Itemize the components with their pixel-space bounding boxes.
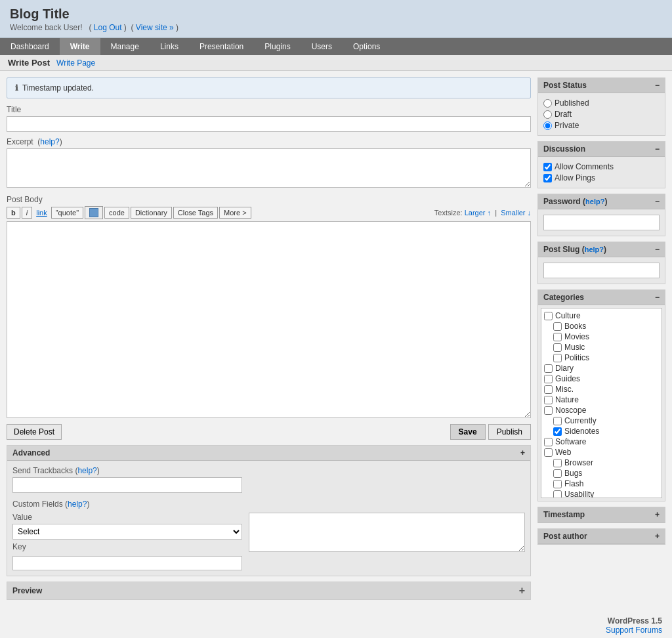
cat-culture-checkbox[interactable] xyxy=(544,312,553,320)
password-help-link[interactable]: help? xyxy=(585,198,604,205)
cat-guides-checkbox[interactable] xyxy=(544,375,553,383)
larger-text-link[interactable]: Larger ↑ xyxy=(465,209,491,217)
post-status-header[interactable]: Post Status − xyxy=(538,78,665,93)
trackbacks-input[interactable] xyxy=(12,477,242,493)
cat-software-checkbox[interactable] xyxy=(544,438,553,446)
allow-comments-checkbox[interactable] xyxy=(543,163,552,171)
write-page-link[interactable]: Write Page xyxy=(56,58,95,68)
password-header[interactable]: Password (help?) − xyxy=(538,194,665,209)
status-published-radio[interactable] xyxy=(543,99,552,108)
custom-fields-label: Custom Fields (help?) xyxy=(12,500,525,509)
preview-header[interactable]: Preview + xyxy=(7,582,530,599)
status-draft-label: Draft xyxy=(543,110,660,119)
discussion-section: Discussion − Allow Comments Allow Pings xyxy=(537,141,665,188)
cat-movies-checkbox[interactable] xyxy=(553,333,562,341)
excerpt-textarea[interactable] xyxy=(7,148,531,188)
close-tags-button[interactable]: Close Tags xyxy=(173,207,218,219)
cat-books-checkbox[interactable] xyxy=(553,322,562,331)
nav-write[interactable]: Write xyxy=(60,38,100,55)
title-input[interactable] xyxy=(7,116,531,132)
allow-pings-label: Allow Pings xyxy=(543,173,660,182)
cat-music: Music xyxy=(553,343,659,352)
more-button[interactable]: More > xyxy=(219,207,251,219)
allow-pings-checkbox[interactable] xyxy=(543,174,552,182)
categories-collapse-icon: − xyxy=(655,293,660,302)
link-button[interactable]: link xyxy=(33,207,50,218)
custom-fields-row: Value Select Key xyxy=(12,513,525,570)
cat-music-checkbox[interactable] xyxy=(553,343,562,352)
custom-field-key-input[interactable] xyxy=(12,556,242,570)
post-slug-collapse-icon: − xyxy=(655,245,660,254)
cat-bugs-checkbox[interactable] xyxy=(553,469,562,478)
nav-plugins[interactable]: Plugins xyxy=(254,38,301,55)
custom-fields-help-link[interactable]: help? xyxy=(68,500,87,509)
code-button[interactable]: code xyxy=(104,207,129,219)
excerpt-section: Excerpt (help?) xyxy=(7,137,531,190)
password-input[interactable] xyxy=(543,215,660,230)
postbody-label: Post Body xyxy=(7,195,531,204)
smaller-text-link[interactable]: Smaller ↓ xyxy=(501,209,531,217)
post-slug-header[interactable]: Post Slug (help?) − xyxy=(538,242,665,257)
img-button[interactable] xyxy=(85,206,103,219)
status-private-label: Private xyxy=(543,121,660,130)
cat-nature-checkbox[interactable] xyxy=(544,396,553,404)
password-collapse-icon: − xyxy=(655,197,660,206)
trackbacks-help-link[interactable]: help? xyxy=(77,466,96,475)
timestamp-section: Timestamp + xyxy=(537,507,665,523)
custom-fields-right xyxy=(249,513,525,570)
nav-links[interactable]: Links xyxy=(150,38,189,55)
post-slug-input[interactable] xyxy=(543,263,660,278)
view-site-link[interactable]: View site » xyxy=(136,23,174,32)
nav-dashboard[interactable]: Dashboard xyxy=(0,38,60,55)
preview-section: Preview + xyxy=(7,582,531,600)
italic-button[interactable]: i xyxy=(22,207,32,219)
cat-sidenotes-checkbox[interactable] xyxy=(553,427,562,436)
nav-users[interactable]: Users xyxy=(301,38,343,55)
excerpt-help-link[interactable]: help? xyxy=(40,137,59,146)
custom-field-select[interactable]: Select xyxy=(12,524,242,540)
password-section: Password (help?) − xyxy=(537,194,665,236)
post-slug-help-link[interactable]: help? xyxy=(585,245,604,253)
post-body-textarea[interactable] xyxy=(7,221,531,418)
timestamp-header[interactable]: Timestamp + xyxy=(538,507,665,522)
log-out-link[interactable]: Log Out xyxy=(94,23,122,32)
toolbar: b i link "quote" code Dictionary Close T… xyxy=(7,206,531,219)
cat-web-checkbox[interactable] xyxy=(544,448,553,457)
publish-button[interactable]: Publish xyxy=(488,424,531,440)
preview-label: Preview xyxy=(12,586,42,595)
status-draft-radio[interactable] xyxy=(543,110,552,119)
save-button[interactable]: Save xyxy=(450,424,486,440)
bold-button[interactable]: b xyxy=(7,207,20,219)
nav-manage[interactable]: Manage xyxy=(100,38,150,55)
cat-misc-checkbox[interactable] xyxy=(544,385,553,394)
advanced-header[interactable]: Advanced + xyxy=(7,446,530,461)
cat-noscope-checkbox[interactable] xyxy=(544,406,553,415)
left-column: ℹ Timestamp updated. Title Excerpt (help… xyxy=(7,77,531,600)
cat-politics: Politics xyxy=(553,353,659,362)
cat-books: Books xyxy=(553,322,659,331)
status-private-radio[interactable] xyxy=(543,121,552,130)
cat-politics-checkbox[interactable] xyxy=(553,354,562,362)
discussion-header[interactable]: Discussion − xyxy=(538,142,665,157)
custom-fields-left: Value Select Key xyxy=(12,513,242,570)
post-actions: Delete Post Save Publish xyxy=(7,424,531,440)
custom-field-value-textarea[interactable] xyxy=(249,513,525,552)
nav-presentation[interactable]: Presentation xyxy=(189,38,254,55)
cat-flash-checkbox[interactable] xyxy=(553,480,562,488)
categories-header[interactable]: Categories − xyxy=(538,290,665,305)
quote-button[interactable]: "quote" xyxy=(51,207,83,219)
post-status-label: Post Status xyxy=(543,81,587,90)
cat-browser-checkbox[interactable] xyxy=(553,459,562,467)
main-nav: Dashboard Write Manage Links Presentatio… xyxy=(0,38,672,55)
delete-post-button[interactable]: Delete Post xyxy=(7,424,62,440)
cat-usability-checkbox[interactable] xyxy=(553,490,562,499)
support-forums-link[interactable]: Support Forums xyxy=(606,626,662,635)
password-label: Password (help?) xyxy=(543,197,607,206)
cat-diary-checkbox[interactable] xyxy=(544,364,553,373)
post-author-header[interactable]: Post author + xyxy=(538,529,665,544)
post-status-collapse-icon: − xyxy=(655,81,660,90)
nav-options[interactable]: Options xyxy=(343,38,390,55)
cat-currently-checkbox[interactable] xyxy=(553,417,562,425)
post-author-expand-icon: + xyxy=(655,532,660,541)
dictionary-button[interactable]: Dictionary xyxy=(131,207,172,219)
